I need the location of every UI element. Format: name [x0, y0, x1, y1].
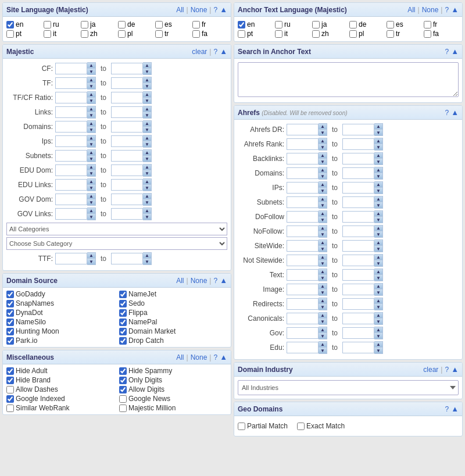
nofollow-to-up[interactable]: ▲	[374, 226, 382, 231]
cb-onlydigits-input[interactable]	[119, 377, 127, 384]
ahrefs-subnets-to-dn[interactable]: ▼	[374, 202, 382, 208]
nofollow-to-dn[interactable]: ▼	[374, 231, 382, 237]
govlinks-to-up[interactable]: ▲	[143, 208, 151, 214]
nofollow-from-up[interactable]: ▲	[319, 226, 327, 231]
image-from-up[interactable]: ▲	[319, 284, 327, 289]
nofollow-from-dn[interactable]: ▼	[319, 231, 327, 237]
cb-majesticmillion-input[interactable]	[119, 405, 127, 412]
tf-to-dn[interactable]: ▼	[143, 83, 151, 89]
edu-from-input[interactable]	[287, 342, 319, 353]
lang-de-checkbox[interactable]	[118, 21, 126, 28]
ips-to-up[interactable]: ▲	[143, 135, 151, 141]
anchor-lang-ru-cb[interactable]	[275, 21, 282, 28]
links-from-input[interactable]	[55, 106, 87, 118]
cb-flippa-input[interactable]	[119, 309, 127, 317]
exact-match-checkbox[interactable]	[297, 423, 305, 430]
sitewide-from-up[interactable]: ▲	[319, 240, 327, 246]
ips-to-input[interactable]	[111, 135, 143, 147]
text-from-up[interactable]: ▲	[319, 269, 327, 275]
edudom-to-input[interactable]	[111, 164, 143, 176]
ahrefs-domains-to-up[interactable]: ▲	[374, 167, 382, 173]
backlinks-to-up[interactable]: ▲	[374, 153, 382, 159]
cb-allowdashes-input[interactable]	[6, 386, 14, 393]
cb-godaddy-input[interactable]	[6, 291, 14, 298]
misc-all-link[interactable]: All	[176, 353, 184, 362]
anchor-lang-fa-cb[interactable]	[424, 30, 431, 38]
lang-pt-checkbox[interactable]	[6, 30, 14, 38]
cb-namesilo-input[interactable]	[6, 318, 14, 326]
lang-tr-checkbox[interactable]	[155, 30, 163, 38]
site-lang-none-link[interactable]: None	[191, 6, 208, 14]
canonicals-to-dn[interactable]: ▼	[374, 318, 382, 324]
ttf-from-input[interactable]	[55, 253, 87, 264]
edu-to-input[interactable]	[342, 342, 374, 353]
backlinks-to-dn[interactable]: ▼	[374, 159, 382, 164]
govdom-to-input[interactable]	[111, 194, 143, 205]
anchor-lang-zh-cb[interactable]	[312, 30, 320, 38]
ahrefs-domains-from-dn[interactable]: ▼	[319, 173, 327, 179]
edudom-from-input[interactable]	[55, 164, 87, 176]
domain-source-none-link[interactable]: None	[191, 277, 208, 285]
dofollow-from-input[interactable]	[287, 211, 319, 223]
lang-ru-checkbox[interactable]	[44, 21, 51, 28]
ahrefs-subnets-from-up[interactable]: ▲	[319, 196, 327, 202]
cb-dropcatch-input[interactable]	[119, 337, 127, 345]
links-from-dn[interactable]: ▼	[87, 112, 95, 118]
geo-domains-collapse-btn[interactable]: ▲	[451, 405, 459, 413]
domain-industry-help-link[interactable]: ?	[445, 366, 449, 374]
gov-from-up[interactable]: ▲	[319, 327, 327, 333]
domains-from-up[interactable]: ▲	[87, 121, 95, 127]
cf-from-dn[interactable]: ▼	[87, 69, 95, 74]
notsitewide-from-dn[interactable]: ▼	[319, 260, 327, 266]
anchor-lang-all-link[interactable]: All	[407, 6, 415, 14]
sub-category-select[interactable]: Choose Sub Category	[6, 237, 227, 250]
redirects-from-dn[interactable]: ▼	[319, 304, 327, 310]
cf-to-up[interactable]: ▲	[143, 63, 151, 69]
cf-from-up[interactable]: ▲	[87, 63, 95, 69]
anchor-lang-de-cb[interactable]	[349, 21, 357, 28]
sitewide-from-input[interactable]	[287, 240, 319, 252]
ahrefsdr-to-dn[interactable]: ▼	[374, 130, 382, 135]
domains-to-dn[interactable]: ▼	[143, 127, 151, 133]
edulinks-from-input[interactable]	[55, 179, 87, 191]
edudom-to-dn[interactable]: ▼	[143, 170, 151, 176]
govlinks-from-up[interactable]: ▲	[87, 208, 95, 214]
subnets-to-dn[interactable]: ▼	[143, 156, 151, 162]
nofollow-to-input[interactable]	[342, 226, 374, 237]
redirects-to-dn[interactable]: ▼	[374, 304, 382, 310]
ips-from-up[interactable]: ▲	[87, 135, 95, 141]
cf-to-input[interactable]	[111, 63, 143, 74]
cb-domainmarket-input[interactable]	[119, 328, 127, 335]
edudom-from-dn[interactable]: ▼	[87, 170, 95, 176]
subnets-from-up[interactable]: ▲	[87, 150, 95, 156]
govlinks-to-dn[interactable]: ▼	[143, 214, 151, 220]
domain-source-help-link[interactable]: ?	[213, 277, 217, 285]
cf-from-input[interactable]	[55, 63, 87, 74]
image-from-dn[interactable]: ▼	[319, 289, 327, 295]
links-from-up[interactable]: ▲	[87, 106, 95, 112]
edulinks-to-input[interactable]	[111, 179, 143, 191]
domain-source-all-link[interactable]: All	[176, 277, 184, 285]
site-lang-collapse-btn[interactable]: ▲	[220, 5, 227, 14]
anchor-lang-tr-cb[interactable]	[387, 30, 394, 38]
dofollow-from-dn[interactable]: ▼	[319, 217, 327, 223]
gov-from-input[interactable]	[287, 327, 319, 339]
ahrefsrank-to-up[interactable]: ▲	[374, 138, 382, 144]
govlinks-from-dn[interactable]: ▼	[87, 214, 95, 220]
text-to-dn[interactable]: ▼	[374, 275, 382, 281]
ahrefs-ips-to-dn[interactable]: ▼	[374, 188, 382, 194]
anchor-lang-en-cb[interactable]	[238, 21, 245, 28]
domain-industry-clear-link[interactable]: clear	[423, 366, 438, 374]
cb-huntingmoon-input[interactable]	[6, 328, 14, 335]
dofollow-to-dn[interactable]: ▼	[374, 217, 382, 223]
tf-from-up[interactable]: ▲	[87, 77, 95, 83]
ahrefs-subnets-from-input[interactable]	[287, 196, 319, 208]
text-to-input[interactable]	[342, 269, 374, 281]
domain-industry-select[interactable]: All Industries	[238, 380, 459, 395]
ahrefs-domains-to-dn[interactable]: ▼	[374, 173, 382, 179]
ahrefs-ips-from-up[interactable]: ▲	[319, 182, 327, 188]
ahrefs-collapse-btn[interactable]: ▲	[451, 108, 459, 117]
text-from-input[interactable]	[287, 269, 319, 281]
lang-fa-checkbox[interactable]	[192, 30, 200, 38]
backlinks-from-dn[interactable]: ▼	[319, 159, 327, 164]
